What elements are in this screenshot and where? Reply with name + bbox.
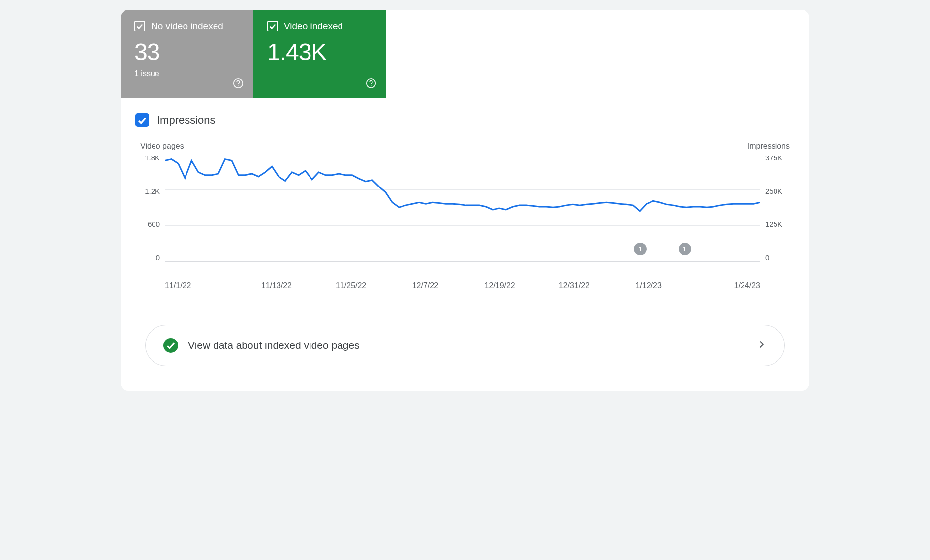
help-icon[interactable] (366, 78, 376, 89)
x-tick: 12/19/22 (463, 281, 537, 290)
impressions-label: Impressions (157, 114, 216, 126)
tab-label: No video indexed (151, 21, 223, 31)
left-axis-title: Video pages (140, 142, 184, 151)
status-tabs: No video indexed 33 1 issue Video indexe… (121, 10, 809, 98)
y-tick-left: 1.2K (145, 187, 160, 195)
tab-no-video-indexed[interactable]: No video indexed 33 1 issue (121, 10, 253, 98)
event-marker[interactable]: 1 (679, 243, 691, 255)
tab-label: Video indexed (284, 21, 343, 31)
checkbox-checked-icon (267, 21, 278, 31)
svg-point-1 (238, 85, 238, 86)
chart-container: Video pages Impressions 1.8K1.2K6000 375… (121, 132, 809, 310)
view-indexed-video-data-button[interactable]: View data about indexed video pages (145, 325, 785, 366)
tab-value: 33 (134, 38, 240, 65)
y-tick-right: 125K (765, 220, 782, 228)
y-tick-left: 1.8K (145, 154, 160, 162)
tab-subtext: 1 issue (134, 69, 240, 78)
x-tick: 1/12/23 (612, 281, 686, 290)
check-circle-icon (163, 338, 178, 353)
svg-point-3 (371, 85, 371, 86)
x-axis: 11/1/2211/13/2211/25/2212/7/2212/19/2212… (140, 281, 790, 290)
x-tick: 11/1/22 (165, 281, 239, 290)
impressions-toggle-row: Impressions (121, 98, 809, 132)
tab-value: 1.43K (267, 38, 372, 65)
help-icon[interactable] (233, 78, 244, 89)
report-card: No video indexed 33 1 issue Video indexe… (121, 10, 809, 391)
y-tick-right: 375K (765, 154, 782, 162)
impressions-checkbox[interactable] (135, 113, 149, 127)
x-tick: 1/24/23 (686, 281, 760, 290)
tab-video-indexed[interactable]: Video indexed 1.43K (253, 10, 386, 98)
checkbox-checked-icon (134, 21, 145, 31)
x-tick: 11/25/22 (314, 281, 388, 290)
x-tick: 12/31/22 (537, 281, 611, 290)
chevron-right-icon (756, 339, 767, 352)
right-axis-title: Impressions (747, 142, 790, 151)
x-tick: 12/7/22 (388, 281, 463, 290)
y-tick-left: 600 (148, 220, 160, 228)
event-marker[interactable]: 1 (634, 243, 647, 255)
impressions-line (165, 159, 760, 211)
view-data-label: View data about indexed video pages (188, 340, 746, 351)
y-tick-right: 250K (765, 187, 782, 195)
x-tick: 11/13/22 (239, 281, 313, 290)
